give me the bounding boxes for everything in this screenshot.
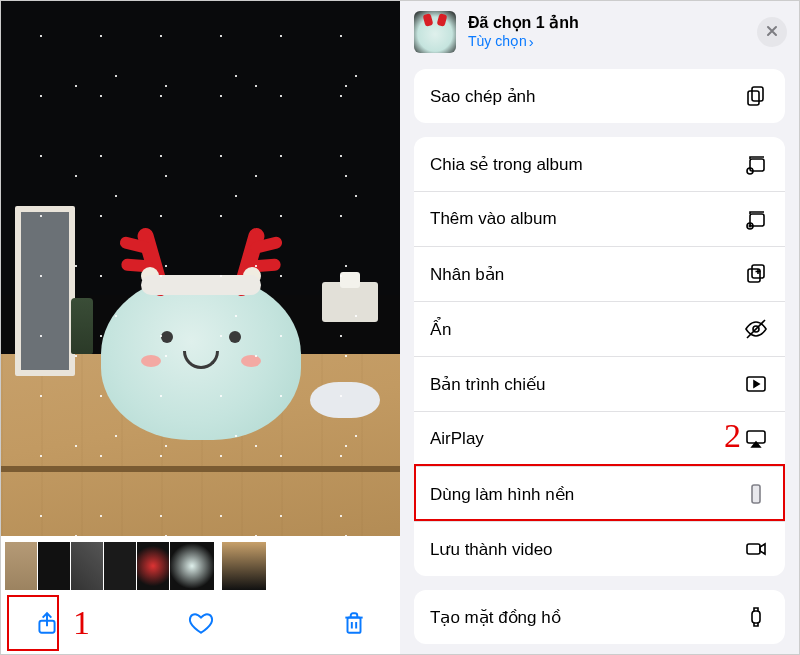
thumbnail[interactable] bbox=[71, 542, 103, 590]
close-button[interactable] bbox=[757, 17, 787, 47]
shared-album-icon bbox=[743, 151, 769, 177]
action-watch-face[interactable]: Tạo mặt đồng hồ bbox=[414, 590, 785, 644]
bottom-toolbar bbox=[1, 592, 400, 654]
action-label: Tạo mặt đồng hồ bbox=[430, 607, 561, 628]
share-sheet-header: Đã chọn 1 ảnh Tùy chọn › bbox=[400, 1, 799, 67]
action-add-album[interactable]: Thêm vào album bbox=[414, 191, 785, 246]
action-shared-album[interactable]: Chia sẻ trong album bbox=[414, 137, 785, 191]
svg-rect-2 bbox=[752, 87, 763, 101]
action-slideshow[interactable]: Bản trình chiếu bbox=[414, 356, 785, 411]
favorite-button[interactable] bbox=[183, 605, 219, 641]
action-wallpaper[interactable]: Dùng làm hình nền bbox=[414, 466, 785, 521]
photo-viewer-pane: 1 bbox=[1, 1, 400, 654]
add-album-icon bbox=[743, 206, 769, 232]
action-label: Nhân bản bbox=[430, 264, 504, 285]
options-label: Tùy chọn bbox=[468, 33, 527, 51]
action-label: Bản trình chiếu bbox=[430, 374, 545, 395]
hide-icon bbox=[743, 316, 769, 342]
svg-rect-13 bbox=[752, 485, 760, 503]
action-save-video[interactable]: Lưu thành video bbox=[414, 521, 785, 576]
action-label: Chia sẻ trong album bbox=[430, 154, 583, 175]
duplicate-icon bbox=[743, 261, 769, 287]
watch-face-icon bbox=[743, 604, 769, 630]
save-video-icon bbox=[743, 536, 769, 562]
photo-subject bbox=[101, 275, 301, 440]
annotation-number-2: 2 bbox=[724, 417, 741, 455]
action-group: Chia sẻ trong albumThêm vào albumNhân bả… bbox=[414, 137, 785, 576]
share-button[interactable] bbox=[29, 605, 65, 641]
thumbnail-strip[interactable] bbox=[1, 536, 400, 592]
trash-button[interactable] bbox=[336, 605, 372, 641]
annotation-number-1: 1 bbox=[73, 604, 90, 642]
slideshow-icon bbox=[743, 371, 769, 397]
share-sheet-pane: Đã chọn 1 ảnh Tùy chọn › Sao chép ảnhChi… bbox=[400, 1, 799, 654]
action-label: Dùng làm hình nền bbox=[430, 484, 574, 505]
thumbnail[interactable] bbox=[215, 542, 221, 590]
share-icon bbox=[34, 610, 60, 636]
thumbnail[interactable] bbox=[104, 542, 136, 590]
wallpaper-icon bbox=[743, 481, 769, 507]
action-label: AirPlay bbox=[430, 429, 484, 449]
action-label: Sao chép ảnh bbox=[430, 86, 535, 107]
action-hide[interactable]: Ẩn bbox=[414, 301, 785, 356]
action-label: Thêm vào album bbox=[430, 209, 557, 229]
svg-rect-3 bbox=[748, 91, 759, 105]
share-sheet-body[interactable]: Sao chép ảnhChia sẻ trong albumThêm vào … bbox=[400, 67, 799, 654]
thumbnail[interactable] bbox=[38, 542, 70, 590]
thumbnail[interactable] bbox=[137, 542, 169, 590]
photo-area[interactable] bbox=[1, 1, 400, 536]
heart-icon bbox=[188, 610, 214, 636]
action-group: Sao chép ảnh bbox=[414, 69, 785, 123]
svg-rect-14 bbox=[747, 544, 760, 554]
action-copy-photo[interactable]: Sao chép ảnh bbox=[414, 69, 785, 123]
airplay-icon bbox=[743, 426, 769, 452]
thumbnail[interactable] bbox=[222, 542, 266, 590]
action-label: Ẩn bbox=[430, 319, 451, 340]
copy-photo-icon bbox=[743, 83, 769, 109]
action-label: Lưu thành video bbox=[430, 539, 553, 560]
thumbnail[interactable] bbox=[5, 542, 37, 590]
options-button[interactable]: Tùy chọn › bbox=[468, 33, 745, 52]
action-group: Tạo mặt đồng hồ bbox=[414, 590, 785, 644]
action-duplicate[interactable]: Nhân bản bbox=[414, 246, 785, 301]
close-icon bbox=[766, 23, 778, 41]
header-thumbnail bbox=[414, 11, 456, 53]
svg-rect-1 bbox=[348, 618, 361, 633]
header-title: Đã chọn 1 ảnh bbox=[468, 13, 745, 33]
thumbnail-selected[interactable] bbox=[170, 542, 214, 590]
svg-rect-15 bbox=[752, 611, 760, 623]
trash-icon bbox=[341, 610, 367, 636]
chevron-right-icon: › bbox=[529, 33, 534, 52]
